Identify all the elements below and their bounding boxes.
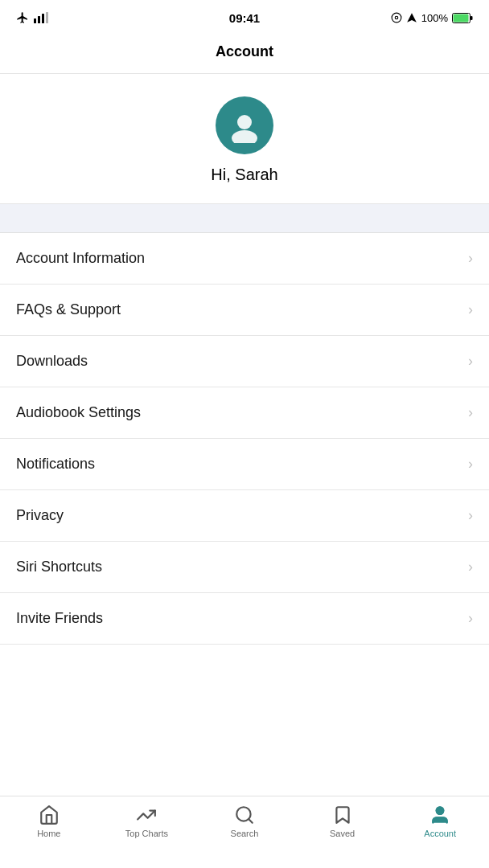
top-charts-label: Top Charts xyxy=(125,829,168,838)
status-time: 09:41 xyxy=(229,11,260,25)
menu-item-invite-friends[interactable]: Invite Friends› xyxy=(0,593,489,645)
chevron-icon-invite-friends: › xyxy=(468,610,473,627)
menu-item-notifications[interactable]: Notifications› xyxy=(0,439,489,490)
svg-point-11 xyxy=(232,130,257,143)
svg-point-5 xyxy=(395,16,398,19)
svg-rect-9 xyxy=(471,16,473,20)
menu-item-label-faqs-support: FAQs & Support xyxy=(16,301,121,318)
location-icon xyxy=(391,12,402,23)
menu-item-privacy[interactable]: Privacy› xyxy=(0,490,489,542)
svg-point-10 xyxy=(237,115,252,129)
chevron-icon-downloads: › xyxy=(468,353,473,370)
svg-line-13 xyxy=(249,819,253,823)
svg-rect-3 xyxy=(46,12,48,23)
menu-item-label-privacy: Privacy xyxy=(16,507,64,524)
menu-list: Account Information›FAQs & Support›Downl… xyxy=(0,233,489,645)
svg-marker-6 xyxy=(407,13,417,23)
nav-item-account[interactable]: Account xyxy=(391,805,489,838)
nav-item-home[interactable]: Home xyxy=(0,805,98,838)
status-bar: 09:41 100% xyxy=(0,0,489,35)
menu-item-label-downloads: Downloads xyxy=(16,353,88,370)
svg-rect-1 xyxy=(38,16,40,23)
status-right: 100% xyxy=(391,12,473,24)
chevron-icon-notifications: › xyxy=(468,456,473,473)
chevron-icon-privacy: › xyxy=(468,507,473,524)
avatar-icon xyxy=(227,108,262,143)
menu-item-downloads[interactable]: Downloads› xyxy=(0,336,489,387)
battery-percent: 100% xyxy=(421,12,448,24)
saved-label: Saved xyxy=(330,829,355,838)
nav-item-search[interactable]: Search xyxy=(195,805,294,838)
airplane-icon xyxy=(16,11,29,24)
menu-item-label-siri-shortcuts: Siri Shortcuts xyxy=(16,559,102,575)
search-icon xyxy=(234,805,255,825)
chevron-icon-account-information: › xyxy=(468,250,473,267)
navigation-icon xyxy=(406,12,417,23)
svg-rect-8 xyxy=(454,14,469,22)
chevron-icon-faqs-support: › xyxy=(468,301,473,318)
avatar xyxy=(216,96,273,154)
menu-item-label-invite-friends: Invite Friends xyxy=(16,610,103,627)
top-charts-icon xyxy=(136,805,157,825)
section-divider xyxy=(0,204,489,233)
profile-section: Hi, Sarah xyxy=(0,74,489,204)
battery-icon xyxy=(452,13,473,23)
signal-icon xyxy=(34,12,48,23)
greeting-text: Hi, Sarah xyxy=(211,166,277,184)
home-label: Home xyxy=(37,829,60,838)
menu-item-audiobook-settings[interactable]: Audiobook Settings› xyxy=(0,387,489,439)
account-nav-label: Account xyxy=(424,829,456,838)
svg-point-15 xyxy=(437,807,444,814)
svg-point-4 xyxy=(392,13,401,23)
bottom-nav: Home Top Charts Search Saved xyxy=(0,796,489,868)
search-label: Search xyxy=(231,829,259,838)
menu-item-label-account-information: Account Information xyxy=(16,250,145,267)
menu-item-label-notifications: Notifications xyxy=(16,456,95,473)
saved-icon xyxy=(332,805,353,825)
svg-rect-0 xyxy=(34,18,36,23)
nav-item-saved[interactable]: Saved xyxy=(294,805,392,838)
page-header: Account xyxy=(0,35,489,74)
chevron-icon-audiobook-settings: › xyxy=(468,404,473,421)
page-title: Account xyxy=(216,43,273,59)
menu-item-account-information[interactable]: Account Information› xyxy=(0,233,489,285)
chevron-icon-siri-shortcuts: › xyxy=(468,559,473,575)
home-icon xyxy=(39,805,60,825)
status-left xyxy=(16,11,48,24)
menu-item-faqs-support[interactable]: FAQs & Support› xyxy=(0,285,489,336)
nav-item-top-charts[interactable]: Top Charts xyxy=(98,805,196,838)
account-nav-icon xyxy=(429,805,450,825)
svg-rect-2 xyxy=(42,14,44,23)
menu-item-label-audiobook-settings: Audiobook Settings xyxy=(16,404,141,421)
menu-item-siri-shortcuts[interactable]: Siri Shortcuts› xyxy=(0,542,489,593)
